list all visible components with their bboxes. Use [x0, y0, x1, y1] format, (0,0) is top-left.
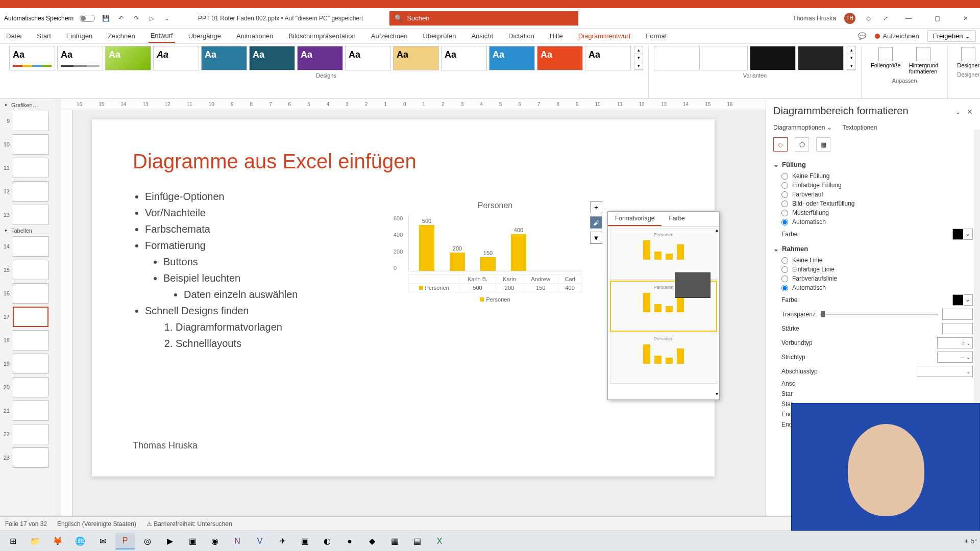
app-icon[interactable]: ◎ [138, 533, 157, 549]
designer-button[interactable]: Designer [953, 46, 980, 69]
thumb-15[interactable] [13, 260, 48, 280]
gallery-nav[interactable]: ▴▾▾ [634, 46, 643, 70]
pane-tab-text[interactable]: Textoptionen [842, 124, 877, 131]
thumb-9[interactable] [13, 111, 48, 131]
bar[interactable] [511, 234, 526, 271]
effects-icon[interactable]: ⬠ [795, 137, 809, 152]
chrome-icon[interactable]: 🌐 [70, 533, 90, 549]
excel-icon[interactable]: X [430, 533, 449, 549]
thumb-10[interactable] [13, 134, 48, 155]
tab-start[interactable]: Start [35, 30, 53, 42]
app-icon[interactable]: ▤ [407, 533, 427, 549]
fill-picture[interactable]: Bild- oder Texturfüllung [781, 200, 973, 207]
tab-animationen[interactable]: Animationen [234, 30, 275, 42]
pane-dropdown-icon[interactable]: ⌄ [955, 108, 961, 116]
slide-title[interactable]: Diagramme aus Excel einfügen [133, 150, 674, 173]
save-icon[interactable]: 💾 [101, 14, 110, 23]
outlook-icon[interactable]: ✉ [93, 533, 112, 549]
width-input[interactable] [942, 323, 973, 334]
theme-thumb[interactable]: Aa [105, 46, 151, 70]
tab-uebergaenge[interactable]: Übergänge [186, 30, 223, 42]
fill-pattern[interactable]: Musterfüllung [781, 209, 973, 216]
theme-thumb[interactable]: Aa [297, 46, 343, 70]
telegram-icon[interactable]: ✈ [273, 533, 292, 549]
theme-thumb[interactable]: Aa [57, 46, 103, 70]
tab-format[interactable]: Format [644, 30, 669, 42]
app-icon[interactable]: ● [340, 533, 359, 549]
variant-thumb[interactable] [702, 46, 748, 70]
comments-icon[interactable]: 💬 [857, 32, 867, 41]
theme-thumb[interactable]: Aa [441, 46, 487, 70]
chart-elements-button[interactable]: + [590, 201, 602, 213]
transparency-slider[interactable] [820, 314, 938, 315]
fill-solid[interactable]: Einfarbige Füllung [781, 182, 973, 189]
thumb-13[interactable] [13, 205, 48, 225]
thumb-21[interactable] [13, 400, 48, 421]
border-auto[interactable]: Automatisch [781, 284, 973, 291]
tab-aufzeichnen[interactable]: Aufzeichnen [369, 30, 410, 42]
qat-more-icon[interactable]: ⌄ [162, 14, 172, 23]
compound-dropdown[interactable]: ≡ ⌄ [937, 337, 973, 348]
tab-einfuegen[interactable]: Einfügen [64, 30, 94, 42]
section-grafiken[interactable]: Grafiken… [2, 101, 59, 109]
powerpoint-icon[interactable]: P [115, 533, 135, 549]
app-icon[interactable]: ◉ [205, 533, 225, 549]
slide-canvas[interactable]: Diagramme aus Excel einfügen Einfüge-Opt… [92, 119, 715, 477]
slide-size-button[interactable]: Foliengröße [867, 46, 905, 76]
redo-icon[interactable]: ↷ [132, 14, 141, 23]
theme-thumb[interactable]: Aa [201, 46, 247, 70]
theme-thumb[interactable]: Aa [393, 46, 439, 70]
fill-color-picker[interactable]: ⌄ [952, 229, 973, 240]
slide-counter[interactable]: Folie 17 von 32 [5, 520, 47, 528]
popup-scroll-up[interactable]: ▴ [716, 227, 718, 233]
visio-icon[interactable]: V [250, 533, 270, 549]
style-tab-color[interactable]: Farbe [662, 212, 692, 226]
app-icon[interactable]: ◆ [362, 533, 382, 549]
popup-scroll-down[interactable]: ▾ [716, 391, 718, 396]
app-icon[interactable]: ▣ [183, 533, 202, 549]
fill-gradient[interactable]: Farbverlauf [781, 191, 973, 198]
fill-section-header[interactable]: ⌄ Füllung [773, 161, 973, 168]
thumb-11[interactable] [13, 158, 48, 178]
bullet[interactable]: Schnelllayouts [176, 335, 674, 352]
theme-thumb[interactable]: Aa [153, 46, 199, 70]
theme-thumb[interactable]: Aa [9, 46, 55, 70]
file-explorer-icon[interactable]: 📁 [26, 533, 45, 549]
tab-hilfe[interactable]: Hilfe [548, 30, 565, 42]
undo-icon[interactable]: ↶ [116, 14, 126, 23]
thumb-20[interactable] [13, 377, 48, 397]
variant-nav[interactable]: ▴▾▾ [847, 46, 856, 70]
tab-datei[interactable]: Datei [4, 30, 23, 42]
language-status[interactable]: Englisch (Vereinigte Staaten) [57, 520, 136, 528]
theme-thumb[interactable]: Aa [249, 46, 295, 70]
slideshow-icon[interactable]: ▷ [147, 14, 156, 23]
ribbon-display-icon[interactable]: ⤢ [881, 14, 890, 23]
thumb-18[interactable] [13, 330, 48, 350]
bar[interactable] [419, 225, 434, 271]
pane-close-icon[interactable]: ✕ [967, 108, 973, 116]
thumb-16[interactable] [13, 283, 48, 304]
vlc-icon[interactable]: ▶ [160, 533, 180, 549]
dash-dropdown[interactable]: — ⌄ [937, 352, 973, 363]
app-icon[interactable]: ▦ [385, 533, 404, 549]
minimize-button[interactable]: — [898, 11, 919, 26]
app-icon[interactable]: ▣ [295, 533, 314, 549]
transparency-input[interactable] [942, 309, 973, 320]
tab-entwurf[interactable]: Entwurf [149, 29, 175, 43]
size-props-icon[interactable]: ▦ [816, 137, 830, 152]
share-button[interactable]: Freigeben ⌄ [927, 30, 976, 42]
chart-filter-button[interactable]: ▼ [590, 232, 602, 244]
border-section-header[interactable]: ⌄ Rahmen [773, 245, 973, 253]
fill-auto[interactable]: Automatisch [781, 218, 973, 226]
thumb-19[interactable] [13, 354, 48, 374]
weather-widget[interactable]: ☀ 5° [964, 538, 977, 545]
autosave-toggle[interactable] [80, 15, 95, 22]
bar[interactable] [480, 257, 496, 271]
thumb-14[interactable] [13, 236, 48, 257]
variant-thumb[interactable] [798, 46, 844, 70]
style-option[interactable]: Personen [610, 229, 717, 280]
style-option[interactable]: Personen [610, 333, 717, 384]
tab-ansicht[interactable]: Ansicht [469, 30, 495, 42]
bullet[interactable]: Diagramformatvorlagen [176, 319, 674, 335]
tab-bildschirmpraesentation[interactable]: Bildschirmpräsentation [286, 30, 358, 42]
